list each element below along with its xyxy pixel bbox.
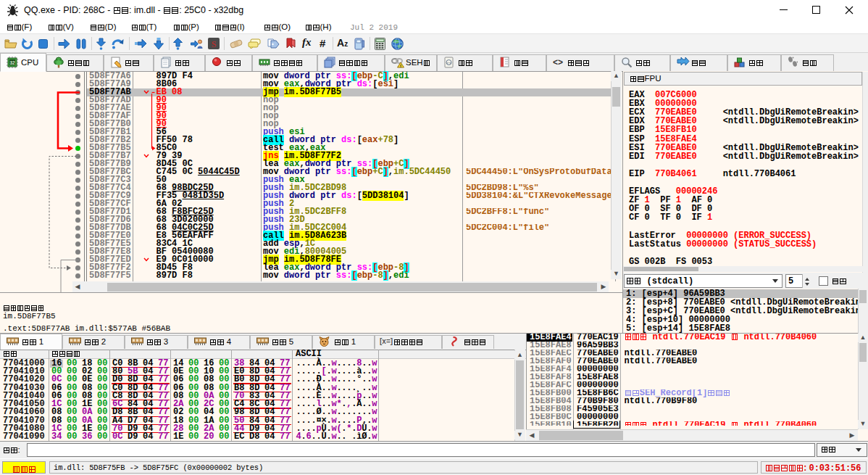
svg-text:!: ! bbox=[400, 64, 401, 68]
svg-text:32: 32 bbox=[9, 60, 15, 65]
svg-text:S: S bbox=[212, 39, 217, 49]
svg-text:<>: <> bbox=[446, 61, 452, 65]
